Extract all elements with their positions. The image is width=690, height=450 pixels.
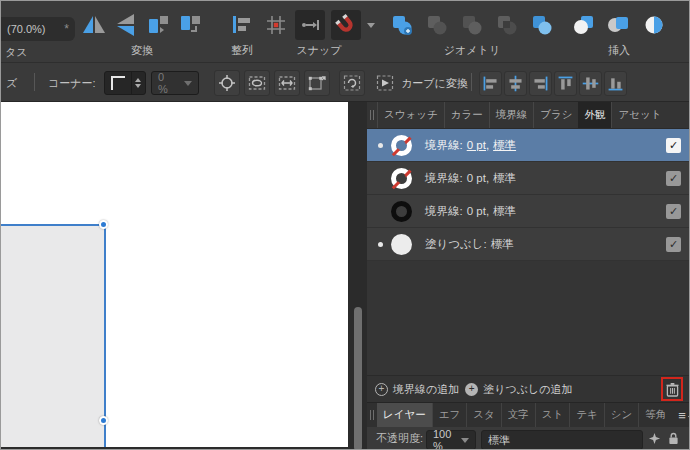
tab-character[interactable]: 文字 (501, 403, 535, 427)
studio-tab-bar: スウォッチ カラー 境界線 ブラシ 外観 アセット (367, 102, 690, 129)
align-left-button[interactable] (479, 71, 502, 96)
blend-mode-dropdown[interactable]: 標準 (481, 430, 643, 450)
add-stroke-button[interactable]: + 境界線の追加 (375, 382, 459, 397)
boolean-intersect-icon[interactable] (459, 12, 485, 38)
group-label-snap: スナップ (296, 43, 341, 58)
tab-symbols[interactable]: シン (604, 403, 639, 427)
selected-rectangle-shape[interactable] (1, 225, 104, 447)
insert-behind-icon[interactable] (571, 12, 597, 38)
alignment-options-icon[interactable] (229, 12, 255, 38)
convert-to-curves-icon (375, 73, 395, 93)
vertical-scrollbar[interactable] (354, 307, 362, 450)
separator (471, 73, 472, 91)
zoom-value: (70.0%) (7, 23, 64, 35)
convert-to-curves-button[interactable]: カーブに変換 (371, 70, 472, 96)
tab-layers[interactable]: レイヤー (377, 403, 432, 427)
tab-appearance[interactable]: 外観 (578, 102, 611, 128)
panel-menu-button[interactable]: ≡ (672, 403, 690, 427)
tab-stroke2[interactable]: スト (535, 403, 570, 427)
appearance-row-fill[interactable]: 塗りつぶし:標準 ✓ (367, 228, 690, 261)
group-label-transform: 変換 (131, 43, 153, 58)
document-canvas[interactable] (1, 102, 348, 447)
cycle-selection-box-button[interactable] (244, 70, 270, 96)
align-bottom-button[interactable] (604, 71, 627, 96)
stroke-none-swatch-icon[interactable] (391, 135, 412, 156)
appearance-row-stroke-3[interactable]: 境界線:0 pt,標準 ✓ (367, 195, 690, 228)
appearance-empty-area (367, 261, 690, 375)
size-label: ズ (6, 76, 17, 91)
flip-horizontal-icon[interactable] (81, 12, 107, 38)
tab-stroke[interactable]: 境界線 (489, 102, 534, 128)
corner-stepper[interactable] (131, 72, 143, 94)
stroke-black-swatch-icon[interactable] (391, 201, 412, 222)
insert-on-top-icon[interactable] (606, 12, 632, 38)
tab-swatches[interactable]: スウォッチ (377, 102, 444, 128)
opacity-caret-icon (461, 438, 469, 443)
modified-star: * (64, 22, 69, 36)
tab-color[interactable]: カラー (444, 102, 489, 128)
snap-group: スナップ (263, 9, 375, 58)
corner-percent-caret-icon (184, 81, 192, 86)
transform-group: 変換 (81, 9, 203, 58)
visibility-checkbox[interactable]: ✓ (666, 237, 681, 252)
visibility-checkbox[interactable]: ✓ (666, 171, 681, 186)
selection-corner-handle[interactable] (99, 220, 108, 229)
align-center-horizontal-button[interactable] (504, 71, 527, 96)
rotation-center-button[interactable] (339, 70, 365, 96)
boolean-xor-icon[interactable] (494, 12, 520, 38)
appearance-row-stroke-2[interactable]: 境界線:0 pt,標準 ✓ (367, 162, 690, 195)
snap-to-grid-icon[interactable] (263, 12, 289, 38)
rotate-clockwise-icon[interactable] (177, 12, 203, 38)
corner-type-icon (105, 72, 131, 94)
delete-trash-button[interactable] (666, 382, 679, 397)
align-center-vertical-button[interactable] (579, 71, 602, 96)
corner-type-dropdown[interactable] (104, 71, 146, 95)
fill-white-swatch-icon[interactable] (391, 234, 412, 255)
tab-styles[interactable]: スタ (466, 403, 501, 427)
layers-tab-bar: レイヤー エフ スタ 文字 スト テキ シン 等角 ≡ (367, 402, 690, 427)
lock-icon[interactable] (668, 432, 679, 448)
tab-isometric[interactable]: 等角 (638, 403, 672, 427)
visibility-checkbox[interactable]: ✓ (666, 204, 681, 219)
move-by-whole-pixels-button[interactable] (295, 10, 325, 40)
align-right-button[interactable] (529, 71, 552, 96)
group-label-geometry: ジオメトリ (444, 43, 500, 58)
add-fill-button[interactable]: + 塗りつぶしの追加 (465, 382, 572, 397)
corner-percent-dropdown[interactable]: 0 % (151, 71, 199, 95)
zoom-level-dropdown[interactable]: (70.0%) * (1, 17, 75, 41)
snap-options-caret-icon[interactable] (367, 23, 375, 28)
flip-vertical-icon[interactable] (113, 12, 139, 38)
current-attribute-dot (378, 242, 383, 247)
show-origin-button[interactable] (214, 70, 240, 96)
tab-effects[interactable]: エフ (432, 403, 467, 427)
appearance-row-stroke-1[interactable]: 境界線:0 pt,標準 ✓ (367, 129, 690, 162)
tab-brushes[interactable]: ブラシ (533, 102, 578, 128)
visibility-checkbox[interactable]: ✓ (666, 138, 681, 153)
boolean-divide-icon[interactable] (529, 12, 555, 38)
group-label-status: タス (5, 45, 28, 60)
panel-drag-handle-icon[interactable] (367, 403, 377, 427)
panel-drag-handle-icon[interactable] (367, 102, 377, 128)
convert-to-curves-label: カーブに変換 (401, 76, 468, 91)
boolean-subtract-icon[interactable] (424, 12, 450, 38)
selection-edge-top (1, 224, 106, 226)
transform-objects-separately-button[interactable] (274, 70, 300, 96)
plus-circle-icon: + (375, 383, 388, 396)
corner-percent-value: 0 % (158, 71, 176, 95)
row-label: 塗りつぶし:標準 (425, 237, 518, 252)
enable-transform-origin-button[interactable] (304, 70, 330, 96)
insert-inside-icon[interactable] (641, 12, 667, 38)
stroke-none-swatch-icon[interactable] (391, 168, 412, 189)
tab-text[interactable]: テキ (569, 403, 604, 427)
group-label-align: 整列 (231, 43, 253, 58)
corner-label: コーナー: (48, 76, 96, 91)
geometry-group: ジオメトリ (389, 9, 555, 58)
snapping-magnet-button[interactable] (331, 10, 361, 40)
selection-edge-handle[interactable] (99, 416, 108, 425)
boolean-add-icon[interactable] (389, 12, 415, 38)
align-top-button[interactable] (554, 71, 577, 96)
fx-icon[interactable] (648, 432, 661, 448)
tab-assets[interactable]: アセット (611, 102, 667, 128)
rotate-counterclockwise-icon[interactable] (145, 12, 171, 38)
opacity-dropdown[interactable]: 100 % (426, 430, 476, 450)
